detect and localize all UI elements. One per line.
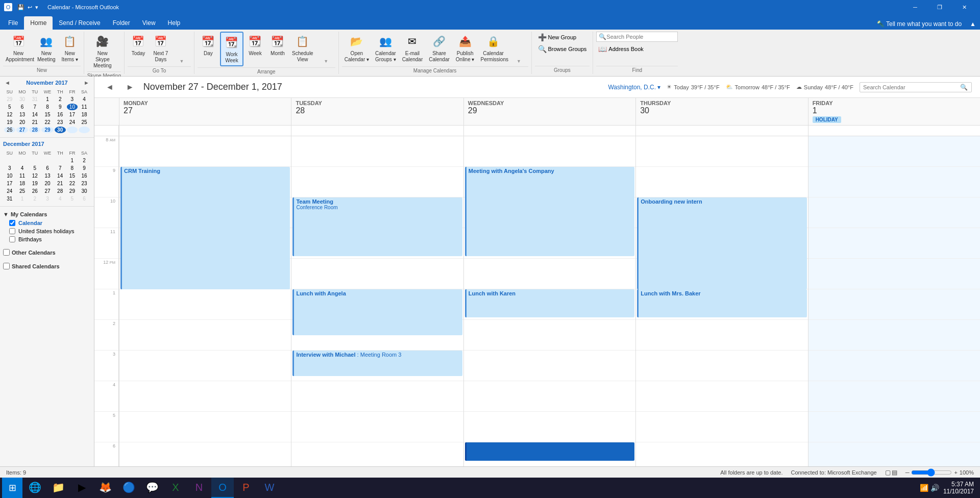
wednesday-slot-2[interactable] — [464, 320, 635, 351]
cal-day[interactable]: 14 — [55, 172, 66, 179]
cal-day[interactable] — [67, 127, 78, 133]
event-lunch-mrs-baker[interactable]: Lunch with Mrs. Baker — [637, 289, 806, 317]
us-holidays-checkbox[interactable] — [9, 228, 15, 234]
day-header-friday[interactable]: FRIDAY 1 Holiday — [808, 98, 980, 125]
schedule-view-button[interactable]: 📋 ScheduleView — [289, 32, 316, 64]
taskbar-skype[interactable]: 💬 — [141, 478, 163, 498]
cal-day[interactable]: 18 — [16, 180, 29, 187]
ribbon-collapse[interactable]: ▲ — [966, 18, 980, 30]
work-week-button[interactable]: 📆 WorkWeek — [220, 32, 243, 66]
calendar-permissions-button[interactable]: 🔒 CalendarPermissions — [478, 32, 509, 64]
close-button[interactable]: ✕ — [952, 0, 976, 14]
cal-day[interactable]: 19 — [29, 180, 40, 187]
thursday-slot-3[interactable] — [636, 351, 807, 381]
monday-slot-5[interactable] — [119, 412, 291, 442]
taskbar-onenote[interactable]: N — [188, 478, 210, 498]
cal-day[interactable]: 21 — [29, 119, 40, 126]
cal-day[interactable]: 10 — [4, 172, 15, 179]
wednesday-slot-4[interactable] — [464, 381, 635, 412]
friday-slot-9[interactable] — [808, 167, 980, 197]
cal-day[interactable]: 7 — [55, 165, 66, 171]
restore-button[interactable]: ❐ — [928, 0, 951, 14]
cal-day[interactable]: 1 — [67, 157, 78, 164]
thursday-slot-5[interactable] — [636, 412, 807, 442]
tuesday-slot-9[interactable] — [291, 167, 463, 197]
cal-day[interactable]: 26 — [29, 188, 40, 194]
wednesday-slot-5[interactable] — [464, 412, 635, 442]
cal-day[interactable]: 17 — [67, 111, 78, 118]
zoom-slider[interactable] — [911, 468, 952, 477]
tab-send-receive[interactable]: Send / Receive — [53, 16, 106, 30]
month-view-button[interactable]: 📆 Month — [267, 32, 288, 58]
taskbar-outlook[interactable]: O — [211, 478, 234, 498]
friday-slot-12[interactable] — [808, 259, 980, 289]
calendar-location[interactable]: Washington, D.C. ▾ — [608, 84, 660, 91]
cal-day[interactable]: 29 — [41, 127, 54, 133]
cal-day[interactable]: 24 — [4, 188, 15, 194]
friday-slot-2[interactable] — [808, 320, 980, 351]
cal-day[interactable]: 2 — [79, 157, 90, 164]
next-month-button[interactable]: ► — [82, 80, 91, 86]
cal-day[interactable]: 9 — [79, 165, 90, 171]
tab-help[interactable]: Help — [162, 16, 187, 30]
taskbar-excel[interactable]: X — [164, 478, 187, 498]
cal-day[interactable]: 13 — [41, 172, 54, 179]
new-meeting-button[interactable]: 👥 NewMeeting — [35, 32, 58, 64]
zoom-out-button[interactable]: ─ — [905, 469, 910, 476]
cal-day[interactable]: 11 — [16, 172, 29, 179]
cal-day[interactable]: 2 — [55, 96, 66, 103]
zoom-in-button[interactable]: + — [954, 469, 957, 476]
shared-cals-checkbox[interactable] — [3, 263, 10, 269]
cal-day[interactable] — [55, 157, 66, 164]
start-button[interactable]: ⊞ — [2, 478, 22, 498]
window-quick-dropdown[interactable]: ▾ — [35, 4, 38, 11]
birthdays-checkbox[interactable] — [9, 236, 15, 242]
cal-day[interactable]: 22 — [41, 119, 54, 126]
calendar-item-birthdays[interactable]: Birthdays — [3, 235, 91, 243]
event-lunch-angela[interactable]: Lunch with Angela — [292, 289, 462, 335]
tuesday-slot-5[interactable] — [291, 412, 463, 442]
thursday-slot-9[interactable] — [636, 167, 807, 197]
cal-day[interactable] — [41, 157, 54, 164]
cal-day[interactable]: 6 — [16, 104, 29, 110]
day-col-thursday[interactable]: Onboarding new intern Lunch with Mrs. Ba… — [635, 136, 807, 466]
next7-button[interactable]: 📅 Next 7Days — [150, 32, 172, 64]
event-onboarding[interactable]: Onboarding new intern — [637, 197, 806, 289]
cal-day[interactable]: 5 — [29, 165, 40, 171]
wednesday-slot-3[interactable] — [464, 351, 635, 381]
thursday-slot-4[interactable] — [636, 381, 807, 412]
calendar-item-calendar[interactable]: Calendar — [3, 219, 91, 227]
cal-day[interactable]: 15 — [67, 172, 78, 179]
friday-slot-4[interactable] — [808, 381, 980, 412]
cal-day[interactable]: 29 — [67, 188, 78, 194]
cal-day[interactable] — [16, 157, 29, 164]
goto-more-button[interactable]: ▼ — [173, 32, 191, 65]
day-view-button[interactable]: 📆 Day — [198, 32, 219, 58]
day-header-tuesday[interactable]: TUESDAY 28 — [291, 98, 463, 125]
cal-day[interactable]: 3 — [67, 96, 78, 103]
cal-day[interactable]: 25 — [79, 119, 90, 126]
cal-day[interactable]: 21 — [55, 180, 66, 187]
friday-slot-8[interactable] — [808, 136, 980, 167]
cal-day[interactable]: 22 — [67, 180, 78, 187]
my-calendars-header[interactable]: ▼ My Calendars — [3, 210, 91, 219]
monday-slot-3[interactable] — [119, 351, 291, 381]
cal-day[interactable]: 1 — [16, 195, 29, 202]
open-calendar-button[interactable]: 📂 OpenCalendar ▾ — [342, 32, 372, 64]
tuesday-slot-4[interactable] — [291, 381, 463, 412]
minimize-button[interactable]: ─ — [903, 0, 927, 14]
cal-next-button[interactable]: ► — [123, 82, 137, 93]
cal-day[interactable]: 16 — [79, 172, 90, 179]
friday-slot-3[interactable] — [808, 351, 980, 381]
event-lunch-karen[interactable]: Lunch with Karen — [465, 289, 634, 317]
cal-day[interactable]: 5 — [4, 104, 15, 110]
friday-slot-5[interactable] — [808, 412, 980, 442]
cal-day[interactable]: 28 — [55, 188, 66, 194]
cal-day[interactable]: 27 — [41, 188, 54, 194]
event-crm-training[interactable]: CRM Training — [120, 167, 290, 289]
publish-online-button[interactable]: 📤 PublishOnline ▾ — [453, 32, 477, 64]
week-view-button[interactable]: 📆 Week — [244, 32, 266, 58]
address-book-button[interactable]: 📖 Address Book — [596, 44, 645, 54]
cal-day[interactable]: 3 — [41, 195, 54, 202]
prev-month-button[interactable]: ◄ — [3, 80, 12, 86]
